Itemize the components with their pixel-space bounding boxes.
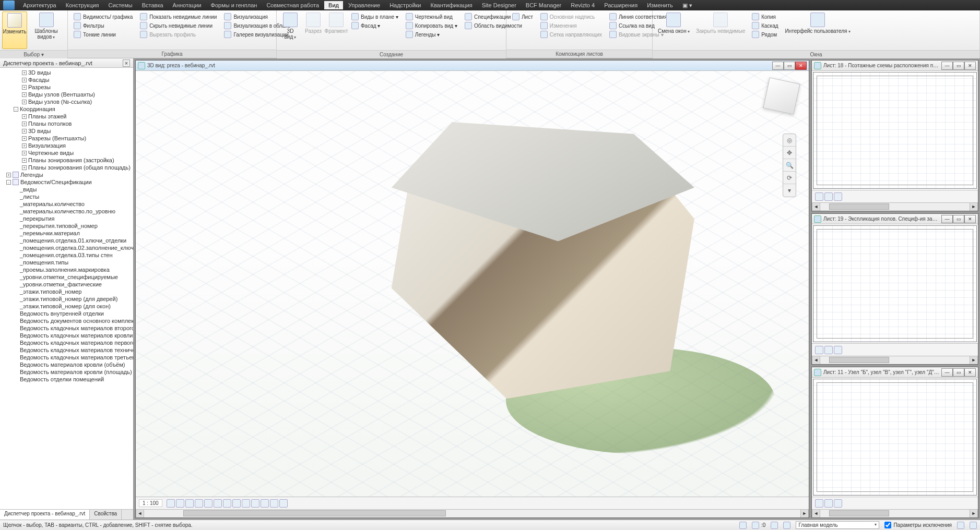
nav-zoom-icon[interactable]: 🔍 (783, 159, 796, 172)
expand-icon[interactable]: + (22, 122, 27, 126)
menu-annotations[interactable]: Аннотации (169, 1, 206, 9)
unlock-3d-icon[interactable] (232, 499, 241, 508)
sun-path-icon[interactable] (185, 499, 194, 508)
minimize-button[interactable]: ― (941, 62, 953, 70)
expand-icon[interactable]: + (22, 158, 27, 163)
crop-view-icon[interactable] (834, 192, 842, 201)
status-worksets[interactable] (739, 522, 747, 529)
visual-style-icon[interactable] (824, 499, 833, 508)
nav-expand-icon[interactable]: ▾ (783, 184, 796, 197)
ribbon-revisions[interactable]: Изменения (539, 21, 604, 30)
tree-item[interactable]: _проемы.заполнения.маркировка (2, 266, 133, 273)
ribbon-guide-grid[interactable]: Сетка направляющих (539, 30, 604, 39)
project-browser-tree[interactable]: +3D виды+Фасады+Разрезы+Виды узлов (Вент… (0, 68, 133, 509)
tree-item[interactable]: +Планы зонирования (общая площадь) (2, 164, 133, 171)
tree-item[interactable]: _уровни.отметки_специфицируемые (2, 273, 133, 281)
ribbon-filters[interactable]: Фильтры (72, 21, 134, 30)
ribbon-cascade[interactable]: Каскад (750, 21, 780, 30)
crop-view-icon[interactable] (214, 499, 222, 508)
tree-item[interactable]: +Легенды (2, 171, 133, 178)
close-button[interactable]: ✕ (795, 62, 807, 70)
tree-item[interactable]: Ведомость материалов кровли (объём) (2, 361, 133, 368)
tree-item[interactable]: _перемычки.материал (2, 230, 133, 237)
shadows-icon[interactable] (195, 499, 203, 508)
scroll-left-icon[interactable]: ◄ (136, 510, 144, 517)
crop-view-icon[interactable] (834, 499, 842, 508)
tree-item[interactable]: _материалы.количество.по_уровню (2, 208, 133, 215)
selection-icon[interactable] (970, 522, 977, 529)
visual-style-icon[interactable] (824, 192, 833, 201)
menu-overflow[interactable]: ▣ ▾ (678, 1, 696, 10)
ribbon-duplicate-view[interactable]: Копировать вид ▾ (404, 21, 459, 30)
tree-item[interactable]: Ведомость кладочных материалов третьего … (2, 354, 133, 361)
ribbon-legends[interactable]: Легенды ▾ (404, 30, 459, 39)
tree-item[interactable]: Ведомость кладочных материалов второго э… (2, 324, 133, 332)
tree-item[interactable]: Ведомость кладочных материалов кровли (2, 332, 133, 339)
minimize-button[interactable]: ― (941, 368, 953, 377)
menu-extensions[interactable]: Расширения (600, 1, 642, 9)
tree-item[interactable]: +Фасады (2, 76, 133, 83)
ribbon-hide-hidden[interactable]: Скрыть невидимые линии (138, 21, 218, 30)
ribbon-sheet[interactable]: Лист (511, 13, 535, 21)
tree-item[interactable]: +Планы зонирования (застройка) (2, 156, 133, 164)
scroll-left-icon[interactable]: ◄ (812, 356, 820, 364)
menu-manage[interactable]: Управление (344, 1, 384, 9)
status-editable-only[interactable] (771, 522, 778, 529)
menu-massing[interactable]: Формы и генплан (207, 1, 262, 9)
nav-orbit-icon[interactable]: ⟳ (783, 172, 796, 184)
tree-item[interactable]: _этажи.типовой_номер (для дверей) (2, 295, 133, 303)
tree-item[interactable]: -Координация (2, 105, 133, 113)
minimize-button[interactable]: ― (772, 62, 784, 70)
scale-selector[interactable]: 1 : 100 (139, 499, 162, 507)
scroll-left-icon[interactable]: ◄ (812, 203, 820, 211)
main-model-dropdown[interactable]: Главная модель (796, 521, 879, 529)
tree-item[interactable]: +Виды узлов (Вентшахты) (2, 91, 133, 98)
temp-hide-icon[interactable] (242, 499, 250, 508)
scrollbar-thumb[interactable] (829, 510, 889, 516)
sheet-titlebar[interactable]: Лист: 11 - Узел "Б", узел "В", узел "Г",… (812, 367, 978, 378)
reveal-hidden-icon[interactable] (251, 499, 259, 508)
sheet-viewport[interactable] (813, 379, 977, 496)
crop-view-icon[interactable] (834, 346, 842, 354)
visual-style-icon[interactable] (824, 346, 833, 354)
expand-icon[interactable]: + (22, 70, 27, 75)
scroll-right-icon[interactable]: ► (970, 356, 978, 364)
filter-icon[interactable] (957, 522, 964, 529)
menu-systems[interactable]: Системы (104, 1, 137, 9)
maximize-button[interactable]: ▭ (953, 215, 964, 223)
tree-item[interactable]: _помещения.отделка.02.заполнение_ключей (2, 244, 133, 251)
expand-icon[interactable]: + (22, 143, 27, 148)
ribbon-close-hidden[interactable]: Закрыть невидимые (693, 11, 748, 49)
main-3d-titlebar[interactable]: 3D вид: preza - вебинар_.rvt ― ▭ ✕ (136, 61, 809, 71)
analytical-model-icon[interactable] (270, 499, 278, 508)
detail-level-icon[interactable] (815, 346, 823, 354)
expand-icon[interactable]: + (22, 129, 27, 134)
tree-item[interactable]: Ведомость внутренней отделки (2, 310, 133, 317)
tree-item[interactable]: _виды (2, 186, 133, 193)
exclusion-checkbox[interactable] (884, 522, 891, 528)
menu-quantification[interactable]: Квантификация (426, 1, 476, 9)
scrollbar-thumb[interactable] (829, 203, 889, 210)
viewcube[interactable] (763, 77, 800, 114)
tree-item[interactable]: _этажи.типовой_номер (для окон) (2, 303, 133, 310)
tree-item[interactable]: _перекрытия (2, 215, 133, 222)
ribbon-visibility-graphics[interactable]: Видимость/ графика (72, 13, 134, 21)
close-icon[interactable]: × (123, 59, 130, 67)
collapse-icon[interactable]: - (14, 107, 18, 112)
expand-icon[interactable]: + (6, 173, 11, 177)
menu-revizto[interactable]: Revizto 4 (566, 1, 599, 9)
menu-insert[interactable]: Вставка (138, 1, 168, 9)
detail-level-icon[interactable] (815, 192, 823, 201)
ribbon-drafting-view[interactable]: Чертежный вид (404, 13, 459, 21)
expand-icon[interactable]: + (22, 78, 27, 82)
constraints-icon[interactable] (279, 499, 288, 508)
scrollbar-thumb[interactable] (829, 357, 889, 363)
menu-modify[interactable]: Изменить (643, 1, 677, 9)
tab-project-browser[interactable]: Диспетчер проекта - вебинар_.rvt (0, 510, 90, 520)
main-3d-viewport[interactable]: ◎ ✥ 🔍 ⟳ ▾ (136, 71, 809, 497)
tree-item[interactable]: _листы (2, 193, 133, 200)
menu-architecture[interactable]: Архитектура (19, 1, 61, 9)
expand-icon[interactable]: + (22, 151, 27, 155)
rendering-dialog-icon[interactable] (204, 499, 212, 508)
maximize-button[interactable]: ▭ (953, 62, 964, 70)
